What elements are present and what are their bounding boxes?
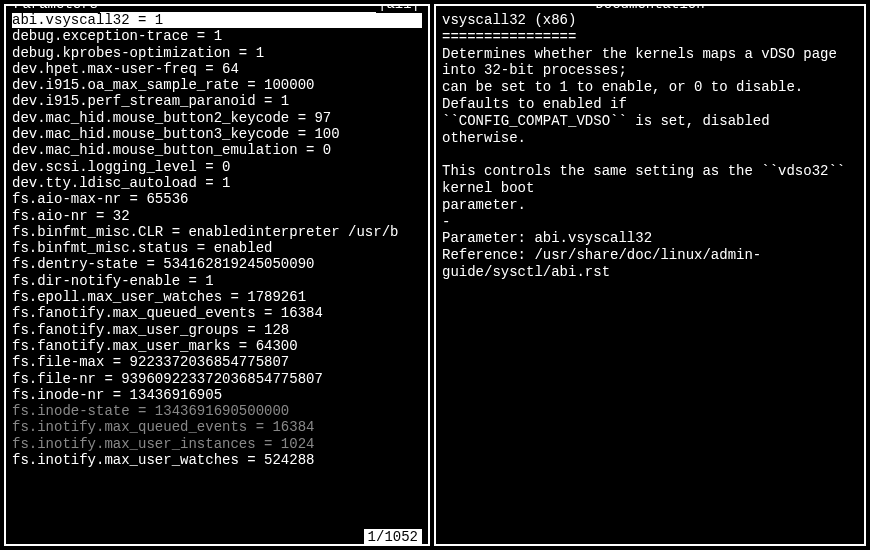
parameter-row[interactable]: fs.binfmt_misc.CLR = enabledinterpreter …: [12, 224, 422, 240]
parameter-row[interactable]: fs.epoll.max_user_watches = 1789261: [12, 289, 422, 305]
parameters-panel: Parameters |all| abi.vsyscall32 = 1debug…: [4, 4, 430, 546]
parameter-row[interactable]: fs.dentry-state = 534162819245050090: [12, 256, 422, 272]
parameter-row[interactable]: fs.aio-max-nr = 65536: [12, 191, 422, 207]
parameter-row[interactable]: debug.kprobes-optimization = 1: [12, 45, 422, 61]
parameter-row[interactable]: dev.scsi.logging_level = 0: [12, 159, 422, 175]
parameter-row[interactable]: fs.dir-notify-enable = 1: [12, 273, 422, 289]
parameter-row[interactable]: dev.i915.perf_stream_paranoid = 1: [12, 93, 422, 109]
parameter-row[interactable]: fs.inotify.max_queued_events = 16384: [12, 419, 422, 435]
parameter-row[interactable]: dev.mac_hid.mouse_button_emulation = 0: [12, 142, 422, 158]
parameter-row[interactable]: abi.vsyscall32 = 1: [12, 12, 422, 28]
parameter-row[interactable]: dev.hpet.max-user-freq = 64: [12, 61, 422, 77]
parameter-row[interactable]: fs.inode-state = 1343691690500000: [12, 403, 422, 419]
parameter-row[interactable]: fs.file-max = 9223372036854775807: [12, 354, 422, 370]
parameter-row[interactable]: fs.inode-nr = 13436916905: [12, 387, 422, 403]
parameter-row[interactable]: dev.mac_hid.mouse_button2_keycode = 97: [12, 110, 422, 126]
parameter-row[interactable]: fs.inotify.max_user_watches = 524288: [12, 452, 422, 468]
position-indicator: 1/1052: [364, 529, 422, 546]
parameters-title: Parameters: [12, 4, 100, 13]
parameter-row[interactable]: fs.fanotify.max_queued_events = 16384: [12, 305, 422, 321]
parameter-row[interactable]: fs.fanotify.max_user_groups = 128: [12, 322, 422, 338]
documentation-content: vsyscall32 (x86) ================ Determ…: [442, 12, 858, 281]
parameter-row[interactable]: fs.aio-nr = 32: [12, 208, 422, 224]
parameter-row[interactable]: fs.file-nr = 939609223372036854775807: [12, 371, 422, 387]
parameter-row[interactable]: dev.mac_hid.mouse_button3_keycode = 100: [12, 126, 422, 142]
parameter-row[interactable]: dev.tty.ldisc_autoload = 1: [12, 175, 422, 191]
main-container: Parameters |all| abi.vsyscall32 = 1debug…: [0, 0, 870, 550]
filter-indicator[interactable]: |all|: [376, 4, 422, 13]
parameter-row[interactable]: fs.fanotify.max_user_marks = 64300: [12, 338, 422, 354]
parameter-row[interactable]: debug.exception-trace = 1: [12, 28, 422, 44]
documentation-title: Documentation: [593, 4, 706, 13]
documentation-panel: Documentation vsyscall32 (x86) =========…: [434, 4, 866, 546]
parameter-row[interactable]: fs.inotify.max_user_instances = 1024: [12, 436, 422, 452]
parameter-row[interactable]: dev.i915.oa_max_sample_rate = 100000: [12, 77, 422, 93]
parameter-row[interactable]: fs.binfmt_misc.status = enabled: [12, 240, 422, 256]
parameter-list[interactable]: abi.vsyscall32 = 1debug.exception-trace …: [12, 12, 422, 542]
